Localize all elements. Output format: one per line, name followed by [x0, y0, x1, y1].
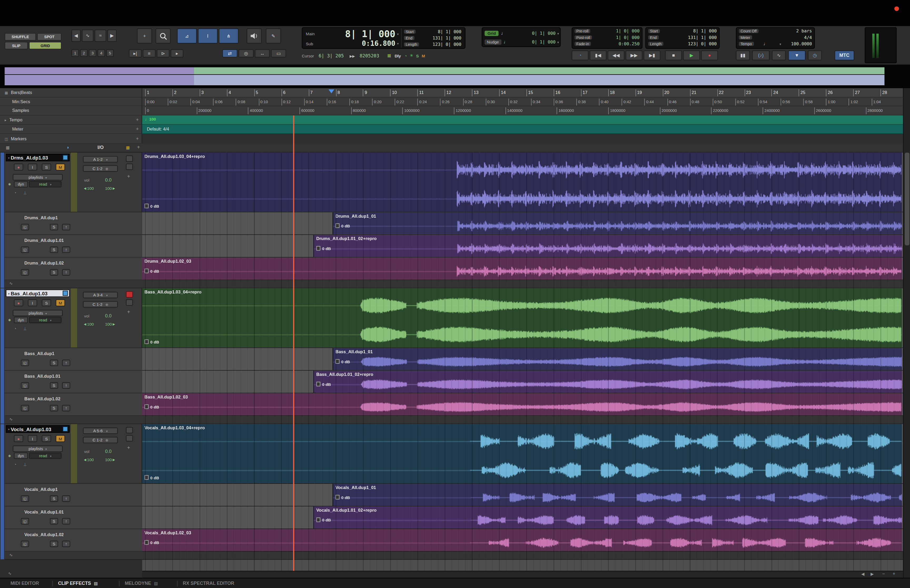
playlists-selector[interactable]: playlists▾: [13, 310, 63, 316]
output-path-selector[interactable]: A 1-2▾: [83, 156, 118, 162]
playlists-selector[interactable]: playlists▾: [13, 174, 63, 180]
scroll-left-icon[interactable]: ◀: [861, 572, 865, 577]
pan-left-value[interactable]: ◄100: [83, 458, 94, 462]
pan-right-value[interactable]: 100►: [105, 458, 116, 462]
dyn-button[interactable]: dyn: [14, 181, 28, 187]
clip-gain-control[interactable]: 0 dB: [335, 223, 350, 228]
lane-playlist-button[interactable]: ◱: [21, 224, 29, 230]
lane-solo-button[interactable]: S: [50, 405, 58, 411]
audio-clip[interactable]: Vocals_All.dup1_010 dB: [333, 484, 902, 506]
lane-solo-button[interactable]: S: [50, 224, 58, 230]
vol-value[interactable]: 0.0: [105, 449, 112, 454]
timebase-icon[interactable]: ◔: [14, 462, 16, 467]
lane-playlist-button[interactable]: ◱: [21, 269, 29, 276]
vertical-scrollbar-thumb[interactable]: [905, 153, 910, 246]
lane-playlist-button[interactable]: ◱: [21, 405, 29, 411]
mute-button[interactable]: M: [56, 164, 65, 171]
window-button[interactable]: [126, 164, 133, 170]
audio-clip[interactable]: Drums_All.dup1_010 dB: [333, 212, 902, 234]
track-name[interactable]: ▾Drms_Al.dp1.03: [6, 154, 70, 162]
tab-melodyne[interactable]: MELODYNE▤: [125, 581, 158, 586]
audio-clip[interactable]: Bass_All.dup1.01_02+repro0 dB: [314, 371, 902, 393]
lane-solo-button[interactable]: S: [50, 247, 58, 253]
record-enable-button[interactable]: ●: [14, 299, 23, 306]
add-lane-plus[interactable]: +: [127, 173, 130, 179]
lane-promote-button[interactable]: ↑: [62, 518, 70, 524]
pan-right-value[interactable]: 100►: [105, 322, 116, 326]
audio-clip[interactable]: Vocals_All.dup1.03_04+repro0 dB: [142, 424, 902, 483]
solo-button[interactable]: S: [42, 435, 51, 442]
input-path-selector[interactable]: C 1-2⊕: [83, 301, 118, 307]
timebase-icon[interactable]: ◔: [14, 326, 16, 331]
vertical-scrollbar[interactable]: [903, 88, 910, 578]
horizontal-scrollbar[interactable]: ◀ ▶ − +: [142, 571, 903, 578]
clip-gain-control[interactable]: 0 dB: [145, 268, 159, 273]
lane-playlist-button[interactable]: ◱: [21, 518, 29, 524]
safe-button[interactable]: [126, 291, 133, 297]
pan-left-value[interactable]: ◄100: [83, 322, 94, 326]
lane-solo-button[interactable]: S: [50, 541, 58, 547]
clip-gain-control[interactable]: 0 dB: [145, 339, 159, 344]
output-path-selector[interactable]: A 5-6▾: [83, 427, 118, 434]
track-color-chip[interactable]: [63, 426, 68, 432]
tab-midi-editor[interactable]: MIDI EDITOR: [11, 581, 39, 586]
lane-promote-button[interactable]: ↑: [62, 269, 70, 276]
lane-promote-button[interactable]: ↑: [62, 541, 70, 547]
lane-promote-button[interactable]: ↑: [62, 495, 70, 502]
audio-clip[interactable]: Bass_All.dup1.03_04+repro0 dB: [142, 288, 902, 347]
lane-promote-button[interactable]: ↑: [62, 360, 70, 366]
output-path-selector[interactable]: A 3-4▾: [83, 292, 118, 298]
pan-right-value[interactable]: 100►: [105, 186, 116, 190]
track-name[interactable]: ▾Bas_Al.dup1.03: [6, 289, 70, 297]
audio-clip[interactable]: Drums_All.dup1.02_030 dB: [142, 258, 902, 280]
playlists-selector[interactable]: playlists▾: [13, 446, 63, 452]
track-name[interactable]: ▾Vocls_Al.dup1.03: [6, 425, 70, 433]
pan-left-value[interactable]: ◄100: [83, 186, 94, 190]
lane-solo-button[interactable]: S: [50, 360, 58, 366]
clip-gain-control[interactable]: 0 dB: [316, 517, 331, 522]
track-collapse-icon[interactable]: ▾: [8, 427, 10, 431]
audio-clip[interactable]: Drums_All.dup1.01_02+repro0 dB: [314, 235, 902, 257]
add-lane-plus[interactable]: +: [127, 309, 130, 315]
track-collapse-icon[interactable]: ▾: [8, 156, 10, 159]
automation-mode-selector[interactable]: read▾: [29, 452, 61, 459]
input-path-selector[interactable]: C 1-2⊕: [83, 165, 118, 171]
clip-gain-control[interactable]: 0 dB: [335, 359, 350, 364]
clip-gain-control[interactable]: 0 dB: [316, 246, 331, 251]
window-button[interactable]: [126, 435, 133, 441]
timebase-icon[interactable]: ◔: [14, 191, 16, 195]
lane-promote-button[interactable]: ↑: [62, 383, 70, 389]
lane-playlist-button[interactable]: ◱: [21, 360, 29, 366]
window-button[interactable]: [126, 299, 133, 305]
dyn-button[interactable]: dyn: [14, 317, 28, 323]
add-lane-plus[interactable]: +: [127, 445, 130, 451]
lane-promote-button[interactable]: ↑: [62, 224, 70, 230]
record-enable-button[interactable]: ●: [14, 435, 23, 442]
input-path-selector[interactable]: C 1-2⊕: [83, 437, 118, 443]
lane-playlist-button[interactable]: ◱: [21, 247, 29, 253]
elastic-audio-icon[interactable]: ⊥: [23, 191, 27, 195]
audio-clip[interactable]: Bass_All.dup1.02_030 dB: [142, 393, 902, 415]
track-color-chip[interactable]: [63, 291, 68, 296]
dyn-button[interactable]: dyn: [14, 452, 28, 459]
record-enable-button[interactable]: ●: [14, 164, 23, 171]
lane-promote-button[interactable]: ↑: [62, 247, 70, 253]
clip-gain-control[interactable]: 0 dB: [145, 540, 159, 545]
elastic-audio-icon[interactable]: ⊥: [23, 462, 27, 467]
clip-gain-control[interactable]: 0 dB: [145, 404, 159, 409]
input-monitor-button[interactable]: I: [28, 435, 37, 442]
tab-clip-effects[interactable]: CLIP EFFECTS▤: [58, 581, 98, 586]
clip-gain-control[interactable]: 0 dB: [145, 475, 159, 480]
solo-button[interactable]: S: [42, 164, 51, 171]
zoom-plus-icon[interactable]: +: [892, 572, 895, 577]
vol-value[interactable]: 0.0: [105, 178, 112, 183]
track-collapse-icon[interactable]: ▾: [8, 292, 10, 295]
clip-gain-control[interactable]: 0 dB: [335, 495, 350, 499]
track-color-chip[interactable]: [63, 155, 68, 160]
audio-clip[interactable]: Drums_All.dup1.03_04+repro0 dB: [142, 153, 902, 212]
zoom-minus-icon[interactable]: −: [882, 572, 885, 577]
mute-button[interactable]: M: [56, 299, 65, 306]
lane-playlist-button[interactable]: ◱: [21, 541, 29, 547]
input-monitor-button[interactable]: I: [28, 299, 37, 306]
elastic-audio-icon[interactable]: ⊥: [23, 326, 27, 331]
